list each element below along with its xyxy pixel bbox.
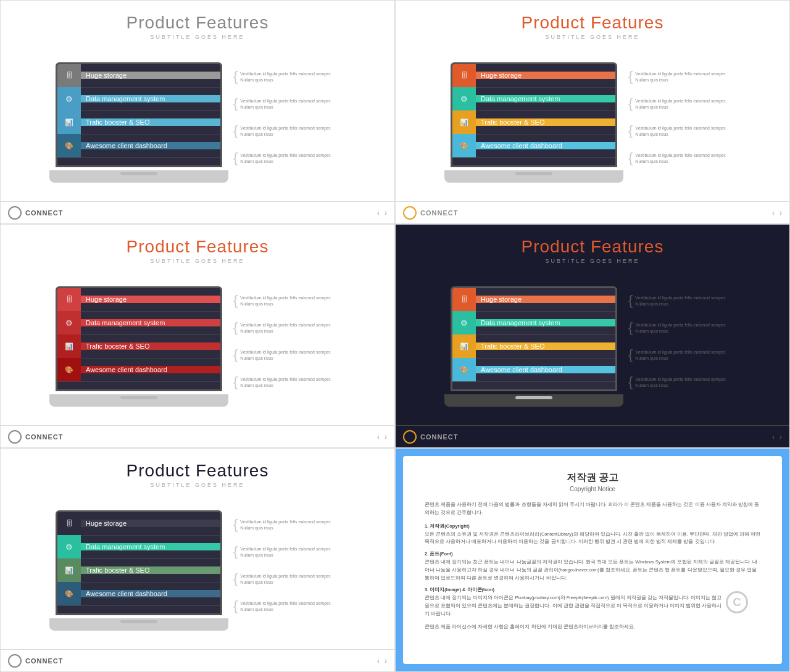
slide-1-laptop-base	[49, 170, 228, 183]
slide-3-laptop: 🗄 Huge storage ⚙ Data management system …	[49, 286, 228, 407]
gear-icon: ⚙	[65, 318, 73, 328]
slide-3-row-4: 🎨 Awesome client dashboard	[57, 359, 220, 382]
slide-3-icon-4: 🎨	[57, 358, 81, 381]
connect-circle	[8, 654, 22, 668]
chart-icon: 📊	[65, 118, 73, 127]
slide-3-icon-2: ⚙	[57, 311, 81, 334]
next-button[interactable]: ›	[385, 433, 387, 441]
slide-4-desc-2: { Vestibulum id ligula porta felis euism…	[628, 321, 727, 344]
slide-1-row-2: ⚙ Data management system	[57, 88, 220, 111]
slide-2-icon-2: ⚙	[452, 87, 476, 110]
slide-2-icon-1: 🗄	[452, 64, 476, 87]
slide-4-laptop-base	[444, 394, 623, 407]
slide-4-desc-text-4: Vestibulum id ligula porta felis euismod…	[635, 376, 727, 389]
slide-2-row-1: 🗄 Huge storage	[452, 64, 615, 88]
slide-1-label-1: Huge storage	[81, 72, 220, 79]
slide-1: Product Features SUBTITLE GOES HERE 🗄 Hu…	[0, 0, 395, 224]
brace-icon: {	[233, 572, 238, 586]
slide-5-desc-1: { Vestibulum id ligula porta felis euism…	[233, 518, 332, 541]
palette-icon: 🎨	[65, 142, 73, 150]
slide-2-row-4: 🎨 Awesome client dashboard	[452, 135, 615, 158]
slide-3-row-1: 🗄 Huge storage	[57, 288, 220, 312]
slide-1-laptop-area: 🗄 Huge storage ⚙ Data management system …	[13, 49, 382, 195]
next-button[interactable]: ›	[780, 433, 782, 441]
slide-3-footer: CONNECT ‹ ›	[1, 425, 394, 447]
brace-icon: {	[628, 294, 633, 307]
slide-2-desc-4: { Vestibulum id ligula porta felis euism…	[628, 151, 727, 175]
slide-3-desc-text-2: Vestibulum id ligula porta felis euismod…	[240, 322, 332, 334]
slide-4-nav[interactable]: ‹ ›	[772, 433, 782, 441]
slide-5-nav[interactable]: ‹ ›	[377, 657, 387, 665]
prev-button[interactable]: ‹	[772, 209, 775, 217]
next-button[interactable]: ›	[385, 657, 387, 665]
slide-3-desc-4: { Vestibulum id ligula porta felis euism…	[233, 375, 332, 399]
slide-1-screen: 🗄 Huge storage ⚙ Data management system …	[56, 62, 222, 167]
prev-button[interactable]: ‹	[377, 209, 380, 217]
brace-icon: {	[628, 70, 633, 83]
slide-4-icon-2: ⚙	[452, 311, 476, 334]
slide-4: Product Features SUBTITLE GOES HERE 🗄 Hu…	[395, 224, 790, 448]
slide-2-desc-2: { Vestibulum id ligula porta felis euism…	[628, 97, 727, 120]
next-button[interactable]: ›	[385, 209, 387, 217]
slide-5-desc-text-2: Vestibulum id ligula porta felis euismod…	[240, 546, 332, 558]
slide-4-label-2: Data management system	[476, 319, 615, 326]
slide-1-laptop-wrapper: 🗄 Huge storage ⚙ Data management system …	[49, 62, 346, 183]
slide-4-label-1: Huge storage	[476, 296, 615, 303]
slide-1-content: Product Features SUBTITLE GOES HERE 🗄 Hu…	[1, 1, 394, 201]
copyright-section-3: 3. 이미지(Image) & 아이콘(Icon) 콘텐츠 내에 장기되는 이미…	[425, 587, 760, 618]
brace-icon: {	[233, 321, 238, 334]
slide-5-label-1: Huge storage	[81, 520, 220, 527]
slide-1-desc-3: { Vestibulum id ligula porta felis euism…	[233, 124, 332, 147]
brace-icon: {	[628, 321, 633, 334]
slide-3-screen: 🗄 Huge storage ⚙ Data management system …	[56, 286, 222, 391]
slide-2-subtitle: SUBTITLE GOES HERE	[545, 34, 639, 40]
slide-5-label-4: Awesome client dashboard	[81, 590, 220, 597]
slide-2-icon-3: 📊	[452, 110, 476, 134]
slide-5-laptop-wrapper: 🗄 Huge storage ⚙ Data management system …	[49, 510, 346, 631]
slide-2-connect: CONNECT	[403, 206, 458, 220]
slide-5-label-3: Trafic booster & SEO	[81, 566, 220, 574]
slide-1-icon-3: 📊	[57, 110, 81, 134]
slide-2-nav[interactable]: ‹ ›	[772, 209, 782, 217]
prev-button[interactable]: ‹	[772, 433, 775, 441]
connect-circle	[403, 430, 417, 444]
slide-2-desc-column: { Vestibulum id ligula porta felis euism…	[628, 70, 727, 175]
slide-4-icon-1: 🗄	[452, 288, 476, 311]
slide-5-row-4: 🎨 Awesome client dashboard	[57, 583, 220, 606]
slide-5-content: Product Features SUBTITLE GOES HERE 🗄 Hu…	[1, 449, 394, 649]
chart-icon: 📊	[65, 342, 73, 351]
gear-icon: ⚙	[65, 94, 73, 104]
copyright-section-2-title: 2. 폰트(Font)	[425, 551, 760, 557]
slide-4-row-3: 📊 Trafic booster & SEO	[452, 335, 615, 359]
brace-icon: {	[233, 97, 238, 110]
slide-1-label-4: Awesome client dashboard	[81, 142, 220, 149]
slide-4-desc-1: { Vestibulum id ligula porta felis euism…	[628, 294, 727, 317]
slide-4-subtitle: SUBTITLE GOES HERE	[545, 258, 639, 264]
slide-3-laptop-area: 🗄 Huge storage ⚙ Data management system …	[13, 273, 382, 419]
brace-icon: {	[233, 545, 238, 558]
brace-icon: {	[233, 124, 238, 138]
slide-4-title: Product Features	[522, 237, 664, 257]
slide-1-nav[interactable]: ‹ ›	[377, 209, 387, 217]
server-icon: 🗄	[66, 520, 73, 527]
slide-4-laptop-wrapper: 🗄 Huge storage ⚙ Data management system …	[444, 286, 741, 407]
slide-2-screen: 🗄 Huge storage ⚙ Data management system …	[451, 62, 617, 167]
slide-5-label-2: Data management system	[81, 543, 220, 550]
slide-3: Product Features SUBTITLE GOES HERE 🗄 Hu…	[0, 224, 395, 448]
gear-icon: ⚙	[460, 94, 468, 104]
slide-1-footer: CONNECT ‹ ›	[1, 201, 394, 223]
slide-1-desc-1: { Vestibulum id ligula porta felis euism…	[233, 70, 332, 93]
slide-2-laptop-wrapper: 🗄 Huge storage ⚙ Data management system …	[444, 62, 741, 183]
palette-icon: 🎨	[460, 366, 468, 374]
slide-5-desc-text-4: Vestibulum id ligula porta felis euismod…	[240, 600, 332, 613]
server-icon: 🗄	[66, 296, 73, 303]
connect-text: CONNECT	[420, 433, 458, 441]
slide-5-desc-3: { Vestibulum id ligula porta felis euism…	[233, 572, 332, 595]
chart-icon: 📊	[460, 342, 468, 351]
slide-4-icon-4: 🎨	[452, 358, 476, 381]
prev-button[interactable]: ‹	[377, 433, 380, 441]
next-button[interactable]: ›	[780, 209, 782, 217]
prev-button[interactable]: ‹	[377, 657, 380, 665]
slide-3-nav[interactable]: ‹ ›	[377, 433, 387, 441]
palette-icon: 🎨	[65, 590, 73, 598]
